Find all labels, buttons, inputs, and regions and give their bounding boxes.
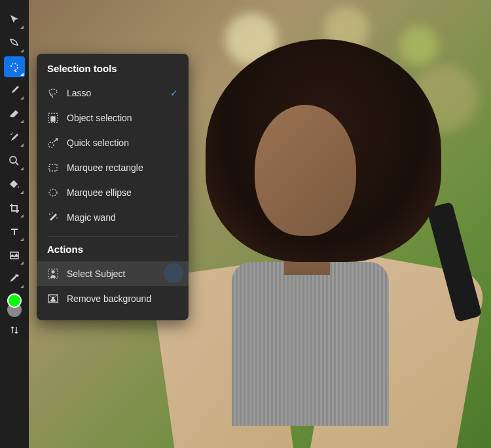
flyout-action-select-subject[interactable]: Select Subject — [37, 261, 189, 286]
svg-point-7 — [48, 142, 54, 147]
object-selection-icon — [47, 112, 59, 124]
lasso-icon — [47, 87, 59, 99]
flyout-item-lasso[interactable]: Lasso ✓ — [37, 81, 189, 105]
marquee-rectangle-icon — [47, 162, 59, 174]
move-tool[interactable] — [4, 9, 25, 30]
flyout-item-object-selection[interactable]: Object selection — [37, 105, 189, 130]
toolbar — [0, 0, 29, 448]
flyout-item-label: Remove background — [67, 293, 151, 304]
flyout-item-label: Select Subject — [67, 269, 126, 279]
check-icon: ✓ — [170, 88, 178, 98]
svg-point-1 — [12, 132, 12, 133]
eraser-tool[interactable] — [4, 103, 25, 124]
flyout-action-remove-background[interactable]: Remove background — [37, 286, 189, 311]
flyout-item-marquee-rectangle[interactable]: Marquee rectangle — [37, 155, 189, 180]
quick-selection-icon — [47, 137, 59, 149]
brush-tool[interactable] — [4, 80, 25, 101]
fill-tool[interactable] — [4, 174, 25, 195]
flyout-item-label: Marquee ellipse — [67, 187, 132, 198]
zoom-tool[interactable] — [4, 151, 25, 172]
select-subject-icon — [47, 268, 59, 280]
svg-point-2 — [10, 157, 16, 163]
svg-point-4 — [49, 89, 57, 94]
svg-point-10 — [49, 214, 50, 215]
heal-tool[interactable] — [4, 127, 25, 148]
remove-background-icon — [47, 293, 59, 305]
flyout-item-label: Magic wand — [67, 212, 116, 223]
cursor-indicator — [164, 263, 183, 283]
marquee-ellipse-icon — [47, 187, 59, 198]
foreground-color[interactable] — [7, 293, 22, 308]
svg-point-11 — [56, 217, 58, 219]
swap-colors[interactable] — [4, 320, 25, 341]
flyout-section-header: Actions — [37, 244, 189, 261]
selection-tool[interactable] — [4, 56, 25, 77]
flyout-divider — [47, 236, 178, 237]
svg-rect-6 — [51, 117, 55, 121]
flyout-item-marquee-ellipse[interactable]: Marquee ellipse — [37, 180, 189, 205]
flyout-item-magic-wand[interactable]: Magic wand — [37, 205, 189, 230]
svg-point-0 — [10, 134, 12, 135]
svg-point-13 — [52, 271, 55, 274]
svg-point-12 — [52, 212, 53, 214]
magic-wand-icon — [47, 212, 59, 223]
selection-flyout: Selection tools Lasso ✓ Object selection… — [37, 54, 189, 320]
flyout-item-label: Quick selection — [67, 138, 129, 148]
crop-tool[interactable] — [4, 198, 25, 219]
flyout-item-label: Object selection — [67, 113, 132, 123]
eyedropper-tool[interactable] — [4, 269, 25, 289]
flyout-item-quick-selection[interactable]: Quick selection — [37, 130, 189, 155]
flyout-section-header: Selection tools — [37, 63, 189, 81]
svg-point-9 — [49, 189, 57, 196]
transform-tool[interactable] — [4, 33, 25, 54]
text-tool[interactable] — [4, 221, 25, 242]
svg-point-16 — [52, 297, 54, 299]
place-image-tool[interactable] — [4, 245, 25, 266]
flyout-item-label: Marquee rectangle — [67, 162, 143, 173]
svg-rect-8 — [49, 164, 57, 171]
flyout-item-label: Lasso — [67, 88, 91, 98]
